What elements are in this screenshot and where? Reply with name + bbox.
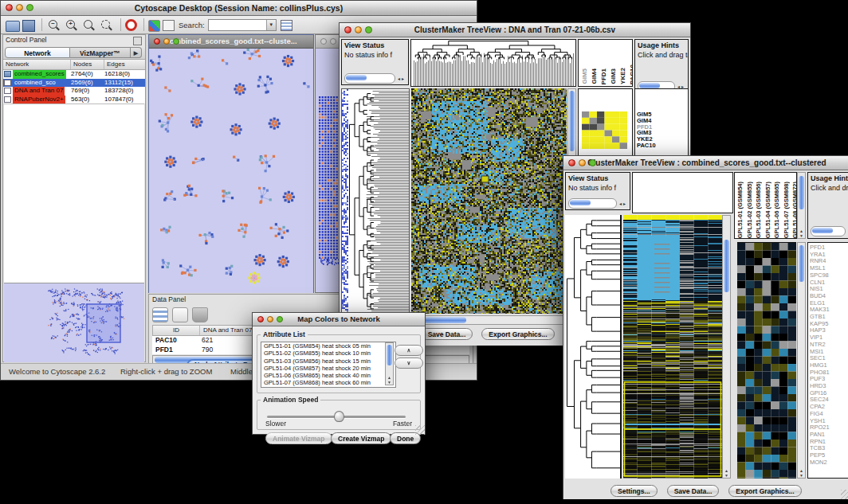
attribute-item[interactable]: GPL51-07 (GSM868) heat shock 60 min: [261, 379, 395, 386]
close-button[interactable]: [154, 38, 160, 45]
tv1-mini-heatmap-canvas[interactable]: [582, 111, 627, 149]
resize-grip[interactable]: [415, 425, 425, 435]
annotation-icon[interactable]: [163, 20, 175, 31]
search-dropdown-arrow[interactable]: ▼: [266, 20, 276, 30]
minimize-button[interactable]: [330, 38, 336, 45]
tab-overflow-arrow[interactable]: ▶: [131, 47, 142, 58]
column-label[interactable]: GIM5: [581, 68, 588, 84]
column-label[interactable]: GPL51-08 (GSM872): [791, 182, 797, 238]
treeview-button[interactable]: Export Graphics...: [481, 328, 554, 340]
row-dendrogram-panel[interactable]: [341, 88, 410, 314]
treeview-button[interactable]: Save Data...: [667, 485, 720, 497]
col-edges[interactable]: Edges: [104, 60, 145, 69]
network-row[interactable]: combined_scores 2764(0) 16218(0): [3, 70, 145, 79]
slider-thumb[interactable]: [334, 411, 344, 422]
dialog-titlebar[interactable]: Map Colors to Network: [253, 313, 425, 326]
create-vizmap-button[interactable]: Create Vizmap: [331, 432, 391, 444]
gene-label[interactable]: PAC10: [635, 143, 688, 149]
tv2-row-dendrogram-canvas[interactable]: [565, 215, 620, 479]
network-row[interactable]: RNAPuberNov2+ 563(0) 107847(0): [3, 96, 145, 104]
open-file-icon[interactable]: [6, 21, 20, 32]
column-label[interactable]: PFD1: [600, 68, 607, 84]
tv1-heatmap-canvas[interactable]: [411, 88, 567, 314]
minimize-button[interactable]: [16, 4, 23, 11]
tv1-heatmap-hscrollbar[interactable]: [411, 315, 576, 325]
zoom-out-icon[interactable]: −: [46, 18, 61, 32]
attribute-list-scrollbar[interactable]: ▲▼: [385, 342, 394, 385]
close-button[interactable]: [257, 316, 264, 322]
close-button[interactable]: [320, 38, 327, 45]
minimize-button[interactable]: [579, 159, 586, 166]
tv1-row-dendrogram-canvas[interactable]: [342, 89, 409, 313]
tab-network[interactable]: Network: [5, 47, 70, 58]
animation-speed-slider[interactable]: [267, 416, 406, 418]
zoom-button[interactable]: [277, 316, 283, 322]
column-label[interactable]: GPL51-06 (GSM865): [773, 182, 780, 238]
col-id[interactable]: ID: [153, 326, 200, 335]
treeview-button[interactable]: Save Data...: [421, 328, 473, 340]
minimize-button[interactable]: [355, 26, 362, 33]
scrollbar-thumb[interactable]: [724, 240, 729, 292]
attribute-item[interactable]: GPL51-01 (GSM854) heat shock 05 min: [261, 342, 395, 350]
column-label[interactable]: GIM4: [591, 68, 598, 84]
tv2-zoom-heatmap-canvas[interactable]: [737, 243, 796, 479]
col-nodes[interactable]: Nodes: [71, 60, 104, 69]
tv1-column-dendrogram-canvas[interactable]: [411, 40, 575, 86]
animate-vizmap-button[interactable]: Animate Vizmap: [265, 432, 332, 444]
view-status-scrollbar[interactable]: ◂▸: [344, 73, 406, 83]
scrollbar-thumb[interactable]: [799, 176, 804, 209]
usage-hints-scrollbar[interactable]: [811, 226, 846, 236]
scrollbar-thumb[interactable]: [799, 245, 804, 282]
tv2-row-dendrogram-panel[interactable]: [565, 215, 622, 479]
minimize-button[interactable]: [267, 316, 273, 322]
network-row[interactable]: DNA and Tran 07 769(0) 183728(0): [3, 87, 145, 96]
tv2-heatmap-panel[interactable]: [623, 215, 722, 479]
network-overview-canvas[interactable]: [4, 283, 144, 361]
tv2-heatmap-canvas[interactable]: [623, 215, 722, 479]
column-label[interactable]: GPL51-02 (GSM855): [746, 182, 753, 238]
select-attributes-icon[interactable]: [152, 307, 168, 322]
delete-attribute-icon[interactable]: [192, 307, 208, 322]
scrollbar-thumb[interactable]: [569, 91, 575, 151]
network-frame-titlebar[interactable]: combined_scores_good.txt--cluste...: [149, 35, 313, 49]
column-label[interactable]: GPL51-04 (GSM857): [764, 182, 771, 238]
zoom-button[interactable]: [173, 38, 179, 45]
import-table-icon[interactable]: [281, 20, 292, 31]
save-icon[interactable]: [22, 20, 35, 32]
scrollbar-thumb[interactable]: [387, 345, 392, 365]
new-attribute-icon[interactable]: [172, 307, 188, 322]
column-label[interactable]: GPL51-01 (GSM854): [736, 182, 744, 238]
tab-vizmapper[interactable]: VizMapper™: [70, 47, 131, 58]
tv2-zoom-vscrollbar[interactable]: ▲▼: [797, 242, 806, 479]
network-row[interactable]: combined_sco 2569(6) 13112(15): [3, 79, 145, 88]
move-up-button[interactable]: ∧: [395, 345, 423, 356]
scrollbar-thumb[interactable]: [420, 317, 466, 323]
zoom-selected-icon[interactable]: [99, 18, 114, 32]
attribute-item[interactable]: GPL51-04 (GSM857) heat shock 20 min: [261, 365, 395, 372]
column-dendrogram-panel[interactable]: [410, 39, 576, 87]
col-network[interactable]: Network: [3, 60, 71, 69]
attribute-listbox[interactable]: GPL51-01 (GSM854) heat shock 05 minGPL51…: [261, 342, 396, 388]
close-button[interactable]: [568, 159, 575, 166]
minimize-button[interactable]: [163, 38, 170, 45]
zoom-button[interactable]: [365, 26, 372, 33]
vizmap-icon[interactable]: [148, 20, 160, 32]
attribute-item[interactable]: GPL51-06 (GSM865) heat shock 40 min: [261, 372, 395, 379]
treeview-button[interactable]: Settings...: [610, 485, 658, 497]
attribute-item[interactable]: GPL51-03 (GSM856) heat shock 15 min: [261, 357, 395, 365]
network-overview-panel[interactable]: [4, 283, 144, 362]
tv1-heatmap-panel[interactable]: [411, 88, 567, 314]
close-button[interactable]: [344, 26, 351, 33]
treeview1-titlebar[interactable]: ClusterMaker TreeView : DNA and Tran 07-…: [340, 23, 690, 37]
treeview-button[interactable]: Export Graphics...: [728, 485, 801, 497]
zoom-fit-icon[interactable]: [81, 18, 96, 32]
column-label[interactable]: GIM3: [610, 68, 617, 84]
treeview2-titlebar[interactable]: ClusterMaker TreeView : combined_scores_…: [563, 156, 848, 170]
help-lifesaver-icon[interactable]: [125, 19, 137, 31]
main-title-bar[interactable]: Cytoscape Desktop (Session Name: collins…: [1, 1, 477, 16]
resize-grip[interactable]: [841, 490, 848, 499]
gene-label[interactable]: MON2: [808, 459, 848, 467]
network-graph-canvas[interactable]: [149, 49, 313, 293]
column-label[interactable]: PAC10: [629, 64, 633, 84]
column-label[interactable]: YKE2: [619, 68, 626, 84]
